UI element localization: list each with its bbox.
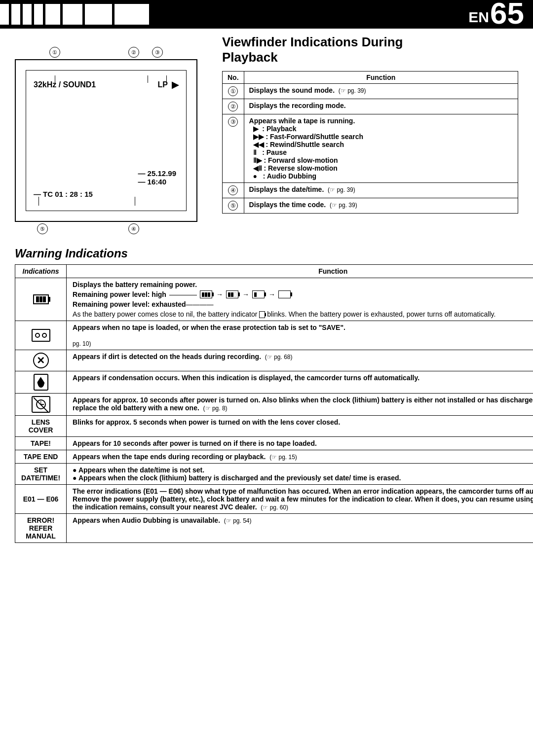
vf-row-2-no: ② bbox=[223, 99, 244, 114]
header-bar: EN 65 bbox=[0, 0, 533, 29]
vf-row-4-no: ④ bbox=[223, 183, 244, 198]
viewfinder-inner-box: 32kHz / SOUND1 LP ▶ — bbox=[26, 70, 187, 211]
battery-indication bbox=[15, 278, 67, 321]
warning-col-indications: Indications bbox=[15, 265, 67, 278]
table-row: ERROR!REFER MANUAL Appears when Audio Du… bbox=[15, 514, 533, 543]
e01-e06-indication: E01 — E06 bbox=[15, 485, 67, 514]
sound-mode-label: 32kHz / SOUND1 bbox=[34, 80, 96, 89]
callout-4: ④ bbox=[128, 223, 139, 234]
vf-bottom-row: — TC 01 : 28 : 15 bbox=[34, 190, 179, 198]
clock-indication bbox=[15, 394, 67, 416]
table-row: Displays the battery remaining power. Re… bbox=[15, 278, 533, 321]
vf-row-4-function: Displays the date/time. (☞ pg. 39) bbox=[244, 183, 518, 198]
table-row: ④ Displays the date/time. (☞ pg. 39) bbox=[223, 183, 518, 198]
callout-line-3 bbox=[166, 75, 167, 83]
vf-top-row: 32kHz / SOUND1 LP ▶ bbox=[34, 79, 179, 90]
table-row: ① Displays the sound mode. (☞ pg. 39) bbox=[223, 84, 518, 99]
table-row: TAPE END Appears when the tape ends duri… bbox=[15, 450, 533, 464]
vf-col-function: Function bbox=[244, 72, 518, 84]
warning-section: Warning Indications Indications Function bbox=[15, 247, 518, 543]
vf-datetime: — 25.12.99 — 16:40 bbox=[138, 169, 176, 186]
battery-function: Displays the battery remaining power. Re… bbox=[67, 278, 533, 321]
cassette-indication bbox=[15, 321, 67, 350]
vf-col-no: No. bbox=[223, 72, 244, 84]
error-refer-manual-function: Appears when Audio Dubbing is unavailabl… bbox=[67, 514, 533, 543]
warning-col-function: Function bbox=[67, 265, 533, 278]
table-row: LENS COVER Blinks for approx. 5 seconds … bbox=[15, 416, 533, 437]
lens-cover-function: Blinks for approx. 5 seconds when power … bbox=[67, 416, 533, 437]
warning-title: Warning Indications bbox=[15, 247, 518, 260]
vf-row-5-function: Displays the time code. (☞ pg. 39) bbox=[244, 198, 518, 214]
warning-table: Indications Function bbox=[15, 264, 533, 543]
viewfinder-table-container: Viewfinder Indications During Playback N… bbox=[222, 35, 518, 222]
main-content: ① ② ③ 32kHz / SOUND1 LP ▶ bbox=[15, 35, 518, 543]
e01-e06-function: The error indications (E01 — E06) show w… bbox=[67, 485, 533, 514]
tape-end-function: Appears when the tape ends during record… bbox=[67, 450, 533, 464]
table-row: Appears when no tape is loaded, or when … bbox=[15, 321, 533, 350]
table-row: ✕ Appears if dirt is detected on the hea… bbox=[15, 350, 533, 371]
cassette-function: Appears when no tape is loaded, or when … bbox=[67, 321, 533, 350]
table-row: SET DATE/TIME! ● Appears when the date/t… bbox=[15, 464, 533, 485]
viewfinder-section: ① ② ③ 32kHz / SOUND1 LP ▶ bbox=[15, 35, 518, 222]
rec-mode-container: LP ▶ bbox=[158, 79, 179, 90]
callout-1: ① bbox=[49, 47, 60, 58]
clock-function: Appears for approx. 10 seconds after pow… bbox=[67, 394, 533, 416]
page-number: EN 65 bbox=[468, 0, 533, 29]
viewfinder-diagram-container: ① ② ③ 32kHz / SOUND1 LP ▶ bbox=[15, 59, 207, 222]
tape-end-indication: TAPE END bbox=[15, 450, 67, 464]
callout-line-5 bbox=[38, 197, 39, 206]
vf-row-2-function: Displays the recording mode. bbox=[244, 99, 518, 114]
table-row: ⑤ Displays the time code. (☞ pg. 39) bbox=[223, 198, 518, 214]
droplet-indication bbox=[15, 371, 67, 394]
vf-row-3-function: Appears while a tape is running. ▶ : Pla… bbox=[244, 114, 518, 183]
vf-row-1-no: ① bbox=[223, 84, 244, 99]
vf-row-1-function: Displays the sound mode. (☞ pg. 39) bbox=[244, 84, 518, 99]
callout-5: ⑤ bbox=[37, 223, 48, 234]
date-label: 25.12.99 bbox=[148, 169, 176, 178]
table-row: Appears for approx. 10 seconds after pow… bbox=[15, 394, 533, 416]
table-row: ③ Appears while a tape is running. ▶ : P… bbox=[223, 114, 518, 183]
viewfinder-table: No. Function ① Displays the sound mode. … bbox=[222, 71, 518, 214]
droplet-function: Appears if condensation occurs. When thi… bbox=[67, 371, 533, 394]
table-row: Appears if condensation occurs. When thi… bbox=[15, 371, 533, 394]
en-label: EN bbox=[468, 10, 489, 25]
xcircle-function: Appears if dirt is detected on the heads… bbox=[67, 350, 533, 371]
xcircle-indication: ✕ bbox=[15, 350, 67, 371]
vf-row-3-no: ③ bbox=[223, 114, 244, 183]
play-symbol: ▶ bbox=[172, 79, 179, 90]
callout-line-1 bbox=[55, 75, 55, 83]
vf-section-title: Viewfinder Indications During Playback bbox=[222, 35, 518, 65]
set-date-time-indication: SET DATE/TIME! bbox=[15, 464, 67, 485]
error-refer-manual-indication: ERROR!REFER MANUAL bbox=[15, 514, 67, 543]
tc-container: — TC 01 : 28 : 15 bbox=[34, 190, 179, 198]
viewfinder-outer-box: 32kHz / SOUND1 LP ▶ — bbox=[15, 59, 197, 222]
callout-line-2 bbox=[148, 75, 148, 83]
time-label: 16:40 bbox=[148, 178, 166, 186]
lens-cover-indication: LENS COVER bbox=[15, 416, 67, 437]
callout-line-4 bbox=[135, 197, 135, 206]
callout-2: ② bbox=[128, 47, 139, 58]
tape-indication: TAPE! bbox=[15, 437, 67, 450]
table-row: E01 — E06 The error indications (E01 — E… bbox=[15, 485, 533, 514]
vf-row-5-no: ⑤ bbox=[223, 198, 244, 214]
table-row: TAPE! Appears for 10 seconds after power… bbox=[15, 437, 533, 450]
table-row: ② Displays the recording mode. bbox=[223, 99, 518, 114]
tape-function: Appears for 10 seconds after power is tu… bbox=[67, 437, 533, 450]
callout-3: ③ bbox=[152, 47, 163, 58]
header-stripes bbox=[0, 0, 168, 29]
set-date-time-function: ● Appears when the date/time is not set.… bbox=[67, 464, 533, 485]
timecode-label: TC 01 : 28 : 15 bbox=[43, 190, 93, 198]
